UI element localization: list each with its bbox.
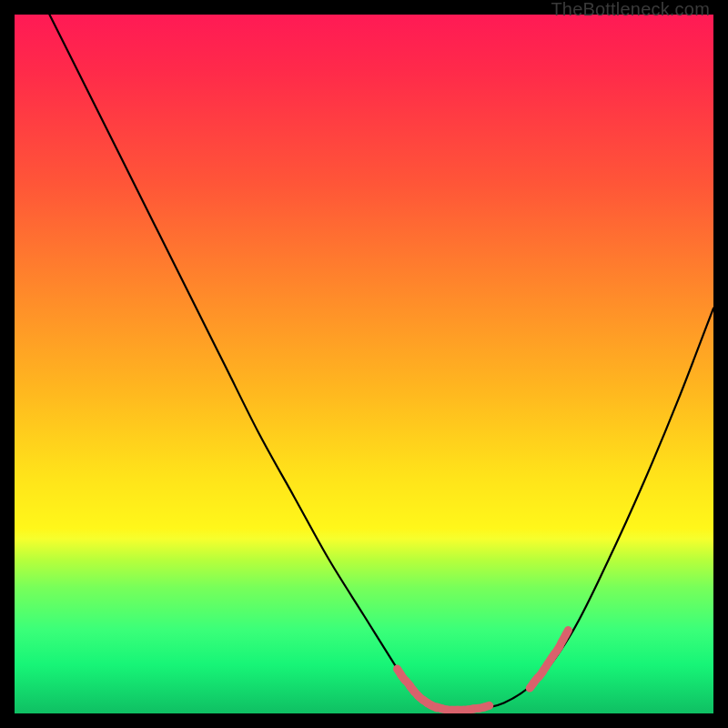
curve-layer xyxy=(15,15,713,713)
plot-area xyxy=(15,15,713,713)
chart-frame: TheBottleneck.com xyxy=(0,0,728,728)
bottleneck-curve xyxy=(49,15,713,711)
highlight-dots xyxy=(391,625,573,713)
